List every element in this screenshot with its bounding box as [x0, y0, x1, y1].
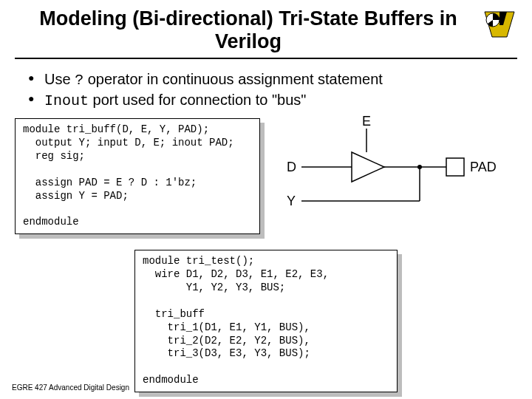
diagram-label-pad: PAD: [470, 160, 497, 175]
slide-title: Modeling (Bi-directional) Tri-State Buff…: [15, 6, 482, 56]
diagram-label-y: Y: [287, 194, 296, 209]
bullet-code: Inout: [44, 92, 89, 109]
bullet-item: Use ? operator in continuous assignment …: [28, 69, 517, 90]
diagram-label-e: E: [362, 114, 371, 129]
bullet-item: Inout port used for connection to "bus": [28, 90, 517, 111]
code-block-tri-buff: module tri_buff(D, E, Y, PAD); output Y;…: [15, 118, 260, 234]
bullet-text: Use: [44, 71, 75, 87]
bullet-text: operator in continuous assignment statem…: [83, 71, 383, 87]
tri-state-diagram: E D Y PAD: [272, 118, 517, 236]
footer-text: EGRE 427 Advanced Digital Design: [12, 383, 129, 392]
code-text: module tri_test(); wire D1, D2, D3, E1, …: [134, 250, 398, 392]
bullet-text: port used for connection to "bus": [89, 92, 306, 108]
code-block-tri-test: module tri_test(); wire D1, D2, D3, E1, …: [134, 250, 398, 392]
bullet-list: Use ? operator in continuous assignment …: [28, 69, 517, 111]
svg-rect-7: [446, 158, 464, 176]
code-text: module tri_buff(D, E, Y, PAD); output Y;…: [15, 118, 260, 234]
diagram-label-d: D: [287, 160, 296, 175]
bullet-code: ?: [75, 72, 83, 89]
logo-icon: [482, 9, 517, 40]
svg-marker-3: [352, 152, 384, 182]
